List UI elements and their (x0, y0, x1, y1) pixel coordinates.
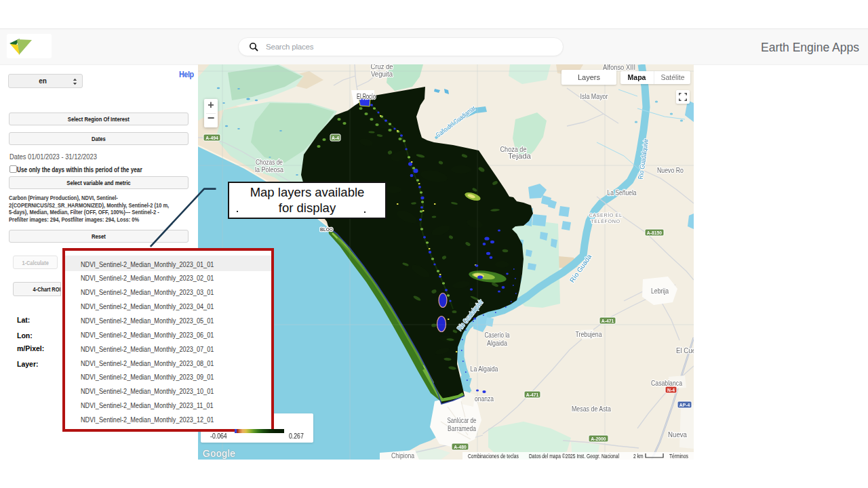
svg-text:Caserío la: Caserío la (485, 331, 510, 339)
svg-text:Lebrija: Lebrija (651, 287, 669, 295)
svg-text:Mesas de Asta: Mesas de Asta (572, 405, 612, 413)
svg-text:Nueva: Nueva (668, 430, 687, 439)
svg-text:la Poleosa: la Poleosa (255, 165, 283, 174)
svg-text:Veguita: Veguita (371, 70, 393, 78)
svg-text:A-8150: A-8150 (647, 230, 663, 235)
svg-text:Tejada: Tejada (508, 152, 531, 160)
svg-text:A-480: A-480 (454, 445, 467, 449)
svg-text:Casablanca: Casablanca (651, 379, 682, 387)
svg-text:A-4: A-4 (332, 136, 339, 140)
svg-text:El Rocío: El Rocío (357, 92, 376, 100)
svg-text:A-471: A-471 (526, 392, 539, 397)
svg-text:Barrameda: Barrameda (448, 424, 476, 432)
svg-text:La Algaida: La Algaida (471, 365, 498, 373)
svg-text:onanza: onanza (475, 395, 494, 403)
svg-text:AP-4: AP-4 (679, 403, 690, 407)
svg-text:Algaida: Algaida (487, 339, 507, 347)
svg-text:Isla Mayor: Isla Mayor (580, 92, 608, 100)
svg-text:A-471: A-471 (601, 319, 614, 323)
svg-text:El Cuer: El Cuer (676, 346, 694, 354)
svg-text:N-4: N-4 (667, 388, 675, 392)
svg-text:TELÉFONO: TELÉFONO (591, 218, 620, 224)
svg-text:Nuevo Ro: Nuevo Ro (657, 166, 684, 174)
svg-text:Sanlúcar de: Sanlúcar de (448, 416, 477, 424)
svg-text:CASERÍO EL: CASERÍO EL (589, 212, 622, 218)
svg-text:Chipiona: Chipiona (391, 451, 414, 460)
svg-text:BLOO: BLOO (320, 227, 333, 232)
svg-text:A-2000: A-2000 (591, 436, 606, 441)
svg-text:La Señuela: La Señuela (608, 188, 637, 197)
svg-text:Trebujena: Trebujena (576, 330, 603, 338)
svg-text:A-494: A-494 (205, 136, 218, 140)
